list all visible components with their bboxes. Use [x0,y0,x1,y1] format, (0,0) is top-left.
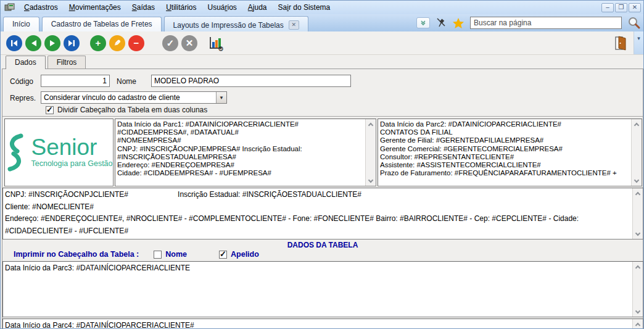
toolbar-right: ▾ [611,31,643,54]
exit-door-button[interactable] [611,34,630,52]
application-window: Cadastros Movimentações Saídas Utilitári… [0,0,644,329]
nome-field[interactable]: MODELO PADRAO [151,75,351,87]
repres-select[interactable]: Considerar vínculo do cadastro de client… [41,91,227,104]
scroll-up-icon[interactable] [632,119,642,129]
record-toolbar: + ✎ − ✓ ✕ ⚙ ▾ [1,31,643,55]
scrollbar[interactable] [632,319,643,329]
header-left-text: Data Início da Parc1: #DATAINÍCIOPARCERI… [117,120,363,185]
report-chart-button[interactable]: ⚙ [206,34,226,52]
nome-checkbox[interactable] [154,251,162,259]
scrollbar[interactable] [632,262,643,317]
divide-header-checkbox[interactable] [46,106,54,114]
add-record-button[interactable]: + [90,35,106,51]
next-record-button[interactable] [44,35,60,51]
tab-layouts-impressao[interactable]: Layouts de Impressão de Tabelas ✕ [164,16,308,31]
senior-logo-icon [5,133,26,172]
tab-tools [416,16,643,31]
repres-selected-value: Considerar vínculo do cadastro de client… [41,93,216,102]
client-header-textarea[interactable]: CNPJ: #INSCRIÇÃOCNPJCLIENTE# Inscrição E… [2,188,643,239]
scroll-up-icon[interactable] [633,188,643,198]
dados-page: Código 1 Nome MODELO PADRAO Repres. Cons… [2,69,643,329]
previous-record-button[interactable] [25,35,41,51]
logo-panel: Senior Tecnologia para Gestão [4,119,114,186]
document-tab-bar: Início Cadastro de Tabelas de Fretes Lay… [1,14,643,31]
search-input[interactable] [470,17,622,29]
tab-close-icon[interactable]: ✕ [289,20,299,30]
menu-bar: Cadastros Movimentações Saídas Utilitári… [1,1,643,14]
menu-item-usuarios[interactable]: Usuários [202,1,242,14]
first-record-button[interactable] [6,35,22,51]
window-controls: – ❐ ✕ [601,3,643,12]
app-icon [4,3,15,12]
header-right-text: Data Início da Parc2: #DATAINÍCIOPARCERI… [380,120,629,185]
menu-item-cadastros[interactable]: Cadastros [19,1,64,14]
menu-item-ajuda[interactable]: Ajuda [242,1,273,14]
menu-item-utilitarios[interactable]: Utilitários [160,1,202,14]
confirm-button[interactable]: ✓ [162,35,178,51]
apelido-option-label: Apelido [231,250,259,259]
scroll-up-icon[interactable] [633,262,643,272]
more-options-chevron-icon[interactable]: ▾ [634,31,643,54]
form-header-box: Código 1 Nome MODELO PADRAO Repres. Cons… [2,69,643,117]
favorite-star-icon[interactable] [452,17,464,29]
expand-chevron-icon[interactable] [416,17,430,28]
codigo-label: Código [10,77,33,86]
minimize-button[interactable]: – [601,3,614,12]
tab-label: Layouts de Impressão de Tabelas [173,21,284,30]
svg-text:⚙: ⚙ [218,45,224,51]
cancel-button[interactable]: ✕ [181,35,197,51]
tab-dados[interactable]: Dados [6,56,46,69]
body-text: Data Início da Parc3: #DATAINÍCIOPARCERI… [5,263,630,315]
body-textarea[interactable]: Data Início da Parc3: #DATAINÍCIOPARCERI… [2,261,643,317]
delete-record-button[interactable]: − [128,35,144,51]
logo-tagline: Tecnologia para Gestão [31,159,112,168]
scrollbar[interactable] [632,188,643,239]
scroll-down-icon[interactable] [632,176,642,186]
apelido-checkbox[interactable] [219,251,227,259]
nome-label: Nome [117,77,136,86]
tab-inicio[interactable]: Início [3,17,39,31]
scroll-down-icon[interactable] [366,176,376,186]
print-header-label: Imprimir no Cabeçalho da Tabela : [14,250,139,259]
close-button[interactable]: ✕ [629,3,641,12]
print-header-options: Imprimir no Cabeçalho da Tabela : Nome A… [14,250,259,259]
tab-cadastro-tabelas-fretes[interactable]: Cadastro de Tabelas de Fretes [42,17,162,31]
footer-textarea[interactable]: Data Início da Parc4: #DATAINÍCIOPARCERI… [2,319,643,329]
scroll-down-icon[interactable] [633,229,643,239]
menu-item-saidas[interactable]: Saídas [126,1,160,14]
divide-header-option: Dividir Cabeçalho da Tabela em duas colu… [46,106,207,114]
scroll-up-icon[interactable] [633,319,643,329]
restore-button[interactable]: ❐ [615,3,627,12]
scroll-up-icon[interactable] [366,119,376,129]
divide-header-label: Dividir Cabeçalho da Tabela em duas colu… [57,106,207,114]
scroll-down-icon[interactable] [633,307,643,317]
table-section-title: DADOS DA TABELA [2,241,643,249]
dropdown-arrow-icon[interactable]: ▼ [216,92,226,103]
client-header-text: CNPJ: #INSCRIÇÃOCNPJCLIENTE# Inscrição E… [5,189,630,238]
unpin-icon[interactable] [436,17,447,28]
search-icon[interactable] [627,16,641,30]
footer-text: Data Início da Parc4: #DATAINÍCIOPARCERI… [5,320,630,329]
last-record-button[interactable] [64,35,80,51]
page-tabs: Dados Filtros [6,56,88,69]
header-right-textarea[interactable]: Data Início da Parc2: #DATAINÍCIOPARCERI… [378,119,642,186]
codigo-field[interactable]: 1 [41,75,110,87]
header-left-textarea[interactable]: Data Início da Parc1: #DATAINÍCIOPARCERI… [115,119,376,186]
menu-item-sair[interactable]: Sair do Sistema [273,1,336,14]
nome-option-label: Nome [165,250,187,259]
repres-label: Repres. [10,94,36,102]
edit-record-button[interactable]: ✎ [109,35,125,51]
logo-name: Senior [31,137,112,158]
scrollbar[interactable] [631,119,642,186]
tab-filtros[interactable]: Filtros [47,56,86,69]
menu-item-movimentacoes[interactable]: Movimentações [64,1,126,14]
scrollbar[interactable] [365,119,376,186]
